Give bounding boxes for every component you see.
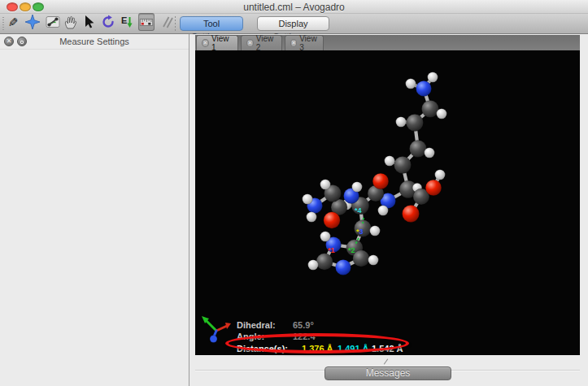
dihedral-row: Dihedral: 65.9° bbox=[195, 320, 580, 331]
pencil-icon: ✎ bbox=[8, 16, 19, 28]
svg-text:*4: *4 bbox=[355, 206, 362, 215]
view-tab-bar: ✕ View 1 ✕ View 2 ✕ View 3 bbox=[195, 35, 580, 50]
red-highlight-oval bbox=[225, 333, 409, 353]
bond-centric-tool-button[interactable] bbox=[45, 13, 61, 31]
tab-view-2[interactable]: ✕ View 2 bbox=[241, 35, 282, 50]
tab-view-3[interactable]: ✕ View 3 bbox=[285, 35, 324, 50]
rotate-arrow-icon bbox=[100, 14, 116, 30]
optimize-energy-icon: E bbox=[119, 14, 135, 30]
cursor-arrow-icon bbox=[81, 14, 97, 30]
window-title: untitled.cml – Avogadro bbox=[0, 2, 588, 13]
tab-view-1[interactable]: ✕ View 1 bbox=[196, 35, 238, 50]
auto-optimize-tool-button[interactable]: E bbox=[119, 13, 135, 31]
svg-text:*3: *3 bbox=[356, 228, 364, 236]
tab-label: View 3 bbox=[299, 34, 318, 52]
tab-close-icon[interactable]: ✕ bbox=[202, 39, 209, 47]
mouse-cursor bbox=[383, 358, 389, 364]
display-settings-button[interactable]: Display Settings... bbox=[257, 16, 329, 31]
selection-tool-button[interactable] bbox=[81, 13, 97, 31]
hand-icon bbox=[63, 14, 79, 30]
align-tool-button[interactable] bbox=[159, 13, 175, 31]
messages-button[interactable]: Messages bbox=[324, 366, 451, 380]
atom-layer bbox=[303, 72, 447, 275]
tab-label: View 2 bbox=[256, 34, 277, 52]
gl-viewport[interactable]: *1*2*3*4 Dihedral: 65.9° Angle: 122.4° D… bbox=[195, 50, 580, 355]
ruler-icon bbox=[139, 14, 154, 30]
toolbar: ✎ bbox=[0, 14, 588, 34]
navigate-tool-button[interactable] bbox=[24, 13, 41, 31]
dihedral-label: Dihedral: bbox=[237, 320, 276, 330]
molecule-render[interactable]: *1*2*3*4 bbox=[195, 50, 580, 355]
optimize-glyph: E bbox=[121, 15, 127, 25]
panel-header: ✕ Measure Settings bbox=[0, 34, 189, 50]
panel-title: Measure Settings bbox=[0, 37, 189, 46]
avogadro-window: untitled.cml – Avogadro ✎ bbox=[0, 0, 588, 386]
draw-tool-button[interactable]: ✎ bbox=[5, 13, 21, 31]
dihedral-value: 65.9° bbox=[293, 320, 314, 330]
tab-close-icon[interactable]: ✕ bbox=[290, 39, 297, 47]
tab-close-icon[interactable]: ✕ bbox=[246, 39, 254, 47]
toolbar-separator bbox=[175, 16, 176, 31]
toolbar-drag-handle[interactable] bbox=[2, 17, 4, 30]
measure-settings-panel: ✕ Measure Settings bbox=[0, 34, 189, 386]
tab-label: View 1 bbox=[211, 34, 233, 52]
title-bar: untitled.cml – Avogadro bbox=[0, 0, 588, 14]
align-lines-icon bbox=[159, 14, 175, 30]
measure-tool-button[interactable] bbox=[138, 13, 155, 31]
svg-text:*1: *1 bbox=[328, 246, 335, 254]
auto-rotate-tool-button[interactable] bbox=[100, 13, 116, 31]
navigate-star-icon bbox=[24, 14, 41, 30]
manipulate-tool-button[interactable] bbox=[63, 13, 79, 31]
bond-centric-icon bbox=[45, 14, 61, 30]
svg-text:*2: *2 bbox=[348, 246, 355, 254]
tool-settings-button[interactable]: Tool Settings... bbox=[180, 16, 243, 31]
